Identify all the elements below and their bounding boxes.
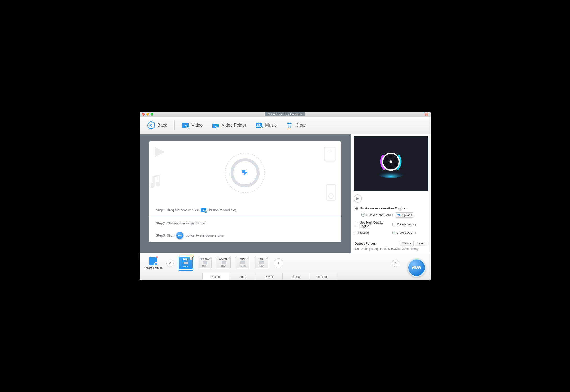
format-item-android-h264[interactable]: AndroidH264: [216, 256, 232, 269]
drop-card: AVI Step1. Drag file here or click butto…: [149, 141, 341, 242]
svg-point-21: [394, 163, 397, 166]
svg-point-16: [389, 155, 392, 158]
format-item-4k-h264[interactable]: 4KH264: [254, 256, 269, 269]
bg-play-icon: [153, 145, 168, 157]
output-path: /Users/abhijithnarjunan/Movies/Mac Video…: [354, 247, 427, 251]
format-item-mp4-h264[interactable]: MP4H264: [178, 256, 194, 270]
step3-text-a: Step3. Click: [156, 233, 174, 237]
bottom-bar: Target Format MP4H264iPhoneH264AndroidH2…: [140, 253, 431, 280]
step-3: Step3. Click RUN button to start convers…: [149, 229, 341, 242]
merge-label: Merge: [360, 231, 369, 234]
music-icon: [256, 122, 263, 128]
svg-point-10: [329, 194, 333, 198]
auto-copy-label: Auto Copy: [397, 231, 412, 234]
hwaccel-title: Hardware Acceleration Engine:: [360, 207, 407, 210]
checkbox-icon: [355, 223, 358, 226]
traffic-lights: [140, 113, 153, 116]
hwaccel-header: Hardware Acceleration Engine:: [354, 207, 427, 210]
output-folder-label: Output Folder:: [354, 242, 376, 245]
target-format-icon: [149, 257, 157, 265]
back-arrow-icon: [147, 121, 155, 129]
tab-music[interactable]: Music: [283, 273, 309, 280]
content-area: AVI Step1. Drag file here or click butto…: [140, 134, 431, 253]
run-button[interactable]: RUN: [408, 258, 426, 277]
add-video-button[interactable]: Video: [179, 117, 206, 134]
toolbar: Back Video Video Folder Music Clear: [140, 117, 431, 134]
svg-rect-9: [326, 184, 336, 200]
tab-popular[interactable]: Popular: [203, 273, 229, 280]
bg-ipod-icon: [325, 183, 337, 202]
open-button[interactable]: Open: [415, 241, 427, 246]
format-item-mp4-hevc[interactable]: MP4HEVC: [235, 256, 250, 269]
clear-button[interactable]: Clear: [282, 117, 309, 134]
tab-device[interactable]: Device: [256, 273, 283, 280]
svg-rect-7: [324, 147, 335, 161]
svg-text:AVI: AVI: [327, 150, 332, 153]
cart-icon[interactable]: [424, 112, 428, 116]
target-format-label: Target Format: [144, 266, 162, 269]
checkbox-checked-icon: ✓: [361, 213, 365, 217]
merge-checkbox[interactable]: Merge: [355, 230, 390, 235]
drop-target[interactable]: AVI: [149, 141, 341, 204]
checkbox-icon: [392, 223, 396, 226]
app-window: VideoProc - Video Converter Back Video V…: [140, 112, 431, 280]
help-icon[interactable]: ?: [414, 231, 416, 234]
deinterlacing-label: Deinterlacing: [397, 223, 416, 226]
play-icon: [356, 197, 359, 200]
svg-point-17: [389, 165, 392, 168]
tab-video[interactable]: Video: [229, 273, 256, 280]
target-format-button[interactable]: Target Format: [144, 257, 162, 269]
step1-text-a: Step1. Drag file here or click: [156, 208, 199, 212]
gear-icon: [397, 213, 401, 217]
chip-icon: [354, 207, 358, 210]
format-tabs: PopularVideoDeviceMusicToolbox: [140, 273, 431, 280]
chevron-left-icon: [169, 262, 171, 265]
minimize-icon[interactable]: [146, 113, 149, 116]
options-label: Options: [402, 213, 412, 217]
svg-point-19: [394, 158, 397, 161]
side-panel: Hardware Acceleration Engine: ✓ Nvidia /…: [351, 134, 431, 253]
step-1: Step1. Drag file here or click button to…: [149, 204, 341, 216]
titlebar: VideoProc - Video Converter: [140, 112, 431, 117]
output-folder-panel: Output Folder: Browse Open /Users/abhiji…: [351, 238, 431, 253]
play-button[interactable]: [353, 195, 362, 203]
add-video-folder-button[interactable]: Video Folder: [208, 117, 250, 134]
inline-run-icon: RUN: [176, 232, 184, 239]
back-label: Back: [158, 123, 167, 128]
upload-arrow-icon: [241, 168, 249, 177]
step-divider: [149, 217, 341, 217]
zoom-icon[interactable]: [151, 113, 153, 116]
drop-ring: [231, 158, 260, 187]
drop-zone-area: AVI Step1. Drag file here or click butto…: [140, 134, 351, 253]
trash-icon: [286, 122, 293, 128]
svg-rect-22: [355, 208, 358, 210]
format-thumb: 4KH264: [255, 256, 268, 268]
bg-avi-icon: AVI: [323, 146, 337, 163]
tab-toolbox[interactable]: Toolbox: [309, 273, 336, 280]
add-format-button[interactable]: +: [274, 258, 283, 268]
high-quality-checkbox[interactable]: Use High Quality Engine: [355, 220, 390, 229]
video-folder-label: Video Folder: [221, 123, 246, 128]
format-next-button[interactable]: [392, 260, 399, 267]
format-thumb: AndroidH264: [217, 256, 231, 268]
options-button[interactable]: Options: [395, 212, 414, 218]
format-row: Target Format MP4H264iPhoneH264AndroidH2…: [140, 253, 431, 273]
auto-copy-checkbox[interactable]: ✓ Auto Copy ?: [392, 230, 427, 235]
back-button[interactable]: Back: [144, 117, 171, 134]
preview-pane: [353, 137, 428, 191]
nvidia-checkbox-row[interactable]: ✓ Nvidia / Intel / AMD: [361, 212, 393, 218]
add-music-button[interactable]: Music: [252, 117, 280, 134]
plus-icon: +: [277, 260, 280, 266]
clear-label: Clear: [295, 123, 306, 128]
inline-video-icon: [200, 207, 207, 213]
step-2: Step2. Choose one target format;: [149, 218, 341, 229]
svg-point-0: [425, 115, 426, 116]
format-item-iphone-h264[interactable]: iPhoneH264: [197, 256, 213, 269]
close-icon[interactable]: [142, 113, 145, 116]
deinterlacing-checkbox[interactable]: Deinterlacing: [392, 220, 427, 229]
svg-point-1: [427, 115, 427, 116]
format-thumb: MP4H264: [179, 257, 193, 269]
browse-button[interactable]: Browse: [399, 241, 414, 246]
drop-dashed-ring: [225, 153, 265, 193]
format-prev-button[interactable]: [166, 260, 174, 267]
